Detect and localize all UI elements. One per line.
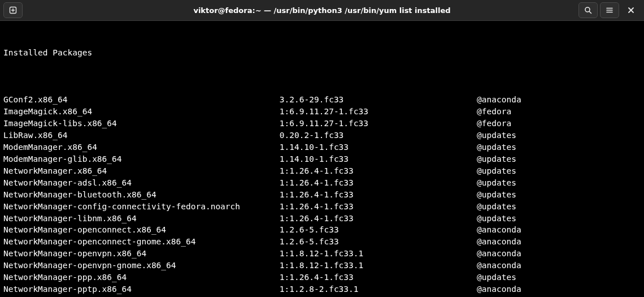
package-name: ModemManager-glib.x86_64 (3, 153, 280, 165)
package-repo: @updates (477, 213, 516, 225)
package-version: 1:1.26.4-1.fc33 (280, 189, 477, 201)
package-repo: @anaconda (477, 283, 521, 295)
hamburger-icon (606, 6, 613, 14)
package-row: NetworkManager-libnm.x86_641:1.26.4-1.fc… (3, 213, 641, 225)
package-row: NetworkManager-openvpn-gnome.x86_641:1.8… (3, 260, 641, 272)
package-version: 1.2.6-5.fc33 (280, 236, 477, 248)
close-button[interactable] (621, 2, 641, 18)
package-repo: @anaconda (477, 94, 521, 106)
package-repo: @anaconda (477, 224, 521, 236)
package-row: NetworkManager-openconnect.x86_641.2.6-5… (3, 224, 641, 236)
package-version: 1.14.10-1.fc33 (280, 141, 477, 153)
package-name: NetworkManager-pptp.x86_64 (3, 283, 280, 295)
window-titlebar: viktor@fedora:~ — /usr/bin/python3 /usr/… (0, 0, 644, 21)
package-name: NetworkManager-openvpn.x86_64 (3, 248, 280, 260)
terminal-header-line: Installed Packages (3, 47, 641, 59)
package-version: 1:6.9.11.27-1.fc33 (280, 106, 477, 118)
package-row: NetworkManager-adsl.x86_641:1.26.4-1.fc3… (3, 177, 641, 189)
package-version: 1:6.9.11.27-1.fc33 (280, 118, 477, 130)
package-repo: @fedora (477, 118, 511, 130)
package-row: NetworkManager.x86_641:1.26.4-1.fc33@upd… (3, 165, 641, 177)
package-version: 1:1.26.4-1.fc33 (280, 213, 477, 225)
package-version: 1:1.2.8-2.fc33.1 (280, 283, 477, 295)
package-version: 0.20.2-1.fc33 (280, 130, 477, 141)
package-name: NetworkManager-bluetooth.x86_64 (3, 189, 280, 201)
package-row: NetworkManager-bluetooth.x86_641:1.26.4-… (3, 189, 641, 201)
package-list: GConf2.x86_643.2.6-29.fc33@anacondaImage… (3, 94, 641, 297)
package-row: NetworkManager-openvpn.x86_641:1.8.12-1.… (3, 248, 641, 260)
package-row: GConf2.x86_643.2.6-29.fc33@anaconda (3, 94, 641, 106)
package-row: NetworkManager-pptp.x86_641:1.2.8-2.fc33… (3, 283, 641, 295)
search-icon (584, 6, 592, 14)
package-version: 1:1.26.4-1.fc33 (280, 272, 477, 283)
package-name: NetworkManager-libnm.x86_64 (3, 213, 280, 225)
package-repo: @updates (477, 153, 516, 165)
package-repo: @updates (477, 141, 516, 153)
window-title: viktor@fedora:~ — /usr/bin/python3 /usr/… (193, 6, 450, 15)
new-tab-button[interactable] (3, 2, 23, 18)
package-row: LibRaw.x86_640.20.2-1.fc33@updates (3, 130, 641, 141)
package-repo: @anaconda (477, 248, 521, 260)
close-icon (628, 7, 634, 14)
package-name: NetworkManager-config-connectivity-fedor… (3, 201, 280, 213)
package-row: NetworkManager-ppp.x86_641:1.26.4-1.fc33… (3, 272, 641, 283)
package-name: NetworkManager-openconnect.x86_64 (3, 224, 280, 236)
package-name: NetworkManager-openconnect-gnome.x86_64 (3, 236, 280, 248)
package-row: NetworkManager-config-connectivity-fedor… (3, 201, 641, 213)
package-version: 1:1.26.4-1.fc33 (280, 165, 477, 177)
package-version: 1:1.8.12-1.fc33.1 (280, 248, 477, 260)
package-version: 1:1.26.4-1.fc33 (280, 201, 477, 213)
package-repo: @updates (477, 165, 516, 177)
package-repo: @updates (477, 130, 516, 141)
package-repo: @anaconda (477, 236, 521, 248)
package-repo: @updates (477, 201, 516, 213)
package-name: NetworkManager.x86_64 (3, 165, 280, 177)
package-repo: @updates (477, 189, 516, 201)
package-name: NetworkManager-openvpn-gnome.x86_64 (3, 260, 280, 272)
package-name: LibRaw.x86_64 (3, 130, 280, 141)
package-version: 1:1.26.4-1.fc33 (280, 177, 477, 189)
package-row: NetworkManager-openconnect-gnome.x86_641… (3, 236, 641, 248)
package-repo: @updates (477, 272, 516, 283)
svg-line-4 (589, 11, 591, 13)
package-row: ImageMagick-libs.x86_641:6.9.11.27-1.fc3… (3, 118, 641, 130)
package-row: ImageMagick.x86_641:6.9.11.27-1.fc33@fed… (3, 106, 641, 118)
package-name: ImageMagick-libs.x86_64 (3, 118, 280, 130)
package-name: NetworkManager-ppp.x86_64 (3, 272, 280, 283)
package-name: GConf2.x86_64 (3, 94, 280, 106)
package-repo: @fedora (477, 106, 511, 118)
package-version: 1.14.10-1.fc33 (280, 153, 477, 165)
package-row: ModemManager.x86_641.14.10-1.fc33@update… (3, 141, 641, 153)
package-repo: @anaconda (477, 260, 521, 272)
search-button[interactable] (578, 2, 598, 18)
terminal-viewport[interactable]: Installed Packages GConf2.x86_643.2.6-29… (0, 21, 644, 297)
package-name: NetworkManager-adsl.x86_64 (3, 177, 280, 189)
package-name: ImageMagick.x86_64 (3, 106, 280, 118)
menu-button[interactable] (600, 2, 619, 18)
package-version: 3.2.6-29.fc33 (280, 94, 477, 106)
package-version: 1:1.8.12-1.fc33.1 (280, 260, 477, 272)
package-name: ModemManager.x86_64 (3, 141, 280, 153)
package-row: ModemManager-glib.x86_641.14.10-1.fc33@u… (3, 153, 641, 165)
package-version: 1.2.6-5.fc33 (280, 224, 477, 236)
package-repo: @updates (477, 177, 516, 189)
